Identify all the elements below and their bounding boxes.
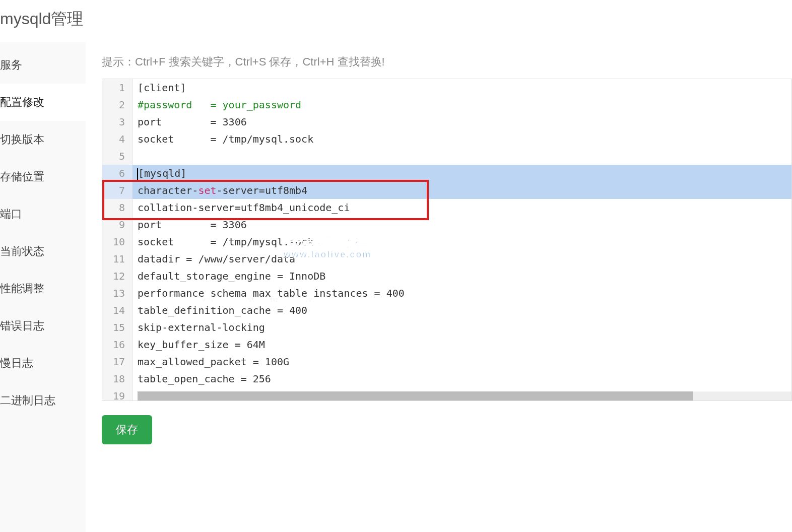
line-number: 4 bbox=[102, 130, 133, 148]
code-line[interactable]: 11datadir = /www/server/data bbox=[102, 250, 791, 268]
line-content[interactable]: performance_schema_max_table_instances =… bbox=[133, 285, 791, 302]
code-line[interactable]: 14table_definition_cache = 400 bbox=[102, 302, 791, 319]
code-line[interactable]: 5 bbox=[102, 148, 791, 165]
code-line[interactable]: 16key_buffer_size = 64M bbox=[102, 336, 791, 353]
sidebar-item-storage[interactable]: 存储位置 bbox=[0, 158, 86, 195]
line-content[interactable]: table_open_cache = 256 bbox=[133, 370, 791, 387]
line-number: 3 bbox=[102, 113, 133, 130]
line-number: 1 bbox=[102, 79, 133, 96]
code-line[interactable]: 9port = 3306 bbox=[102, 216, 791, 233]
sidebar-item-status[interactable]: 当前状态 bbox=[0, 233, 86, 270]
text-cursor bbox=[137, 168, 138, 180]
line-content[interactable]: max_allowed_packet = 100G bbox=[133, 353, 791, 370]
page-title: mysqld管理 bbox=[0, 0, 792, 42]
code-line[interactable]: 15skip-external-locking bbox=[102, 319, 791, 336]
sidebar-item-port[interactable]: 端口 bbox=[0, 195, 86, 233]
code-line[interactable]: 4socket = /tmp/mysql.sock bbox=[102, 130, 791, 148]
line-content[interactable]: [mysqld] bbox=[133, 165, 791, 182]
line-number: 16 bbox=[102, 336, 133, 353]
line-number: 7 bbox=[102, 182, 133, 199]
line-content[interactable] bbox=[133, 148, 791, 165]
line-content[interactable]: key_buffer_size = 64M bbox=[133, 336, 791, 353]
line-content[interactable]: skip-external-locking bbox=[133, 319, 791, 336]
line-content[interactable]: #password = your_password bbox=[133, 96, 791, 113]
line-content[interactable]: datadir = /www/server/data bbox=[133, 250, 791, 268]
line-number: 9 bbox=[102, 216, 133, 233]
sidebar-item-errlog[interactable]: 错误日志 bbox=[0, 307, 86, 345]
scrollbar-thumb[interactable] bbox=[138, 391, 693, 401]
sidebar-item-binlog[interactable]: 二进制日志 bbox=[0, 382, 86, 419]
line-content[interactable]: table_definition_cache = 400 bbox=[133, 302, 791, 319]
code-line[interactable]: 13performance_schema_max_table_instances… bbox=[102, 285, 791, 302]
code-line[interactable]: 12default_storage_engine = InnoDB bbox=[102, 268, 791, 285]
code-line[interactable]: 10socket = /tmp/mysql.sock bbox=[102, 233, 791, 250]
line-number: 14 bbox=[102, 302, 133, 319]
line-content[interactable]: socket = /tmp/mysql.sock bbox=[133, 233, 791, 250]
line-content[interactable]: socket = /tmp/mysql.sock bbox=[133, 130, 791, 148]
line-number: 12 bbox=[102, 268, 133, 285]
code-line[interactable]: 18table_open_cache = 256 bbox=[102, 370, 791, 387]
code-line[interactable]: 17max_allowed_packet = 100G bbox=[102, 353, 791, 370]
sidebar-item-version[interactable]: 切换版本 bbox=[0, 121, 86, 158]
save-button[interactable]: 保存 bbox=[102, 415, 152, 444]
line-content[interactable]: port = 3306 bbox=[133, 113, 791, 130]
sidebar: 服务配置修改切换版本存储位置端口当前状态性能调整错误日志慢日志二进制日志 bbox=[0, 42, 86, 532]
code-line[interactable]: 3port = 3306 bbox=[102, 113, 791, 130]
line-number: 6 bbox=[102, 165, 133, 182]
line-number: 19 bbox=[102, 387, 133, 401]
editor-hint: 提示：Ctrl+F 搜索关键字，Ctrl+S 保存，Ctrl+H 查找替换! bbox=[102, 54, 792, 70]
line-content[interactable]: default_storage_engine = InnoDB bbox=[133, 268, 791, 285]
horizontal-scrollbar[interactable] bbox=[138, 391, 791, 401]
line-number: 18 bbox=[102, 370, 133, 387]
sidebar-item-config[interactable]: 配置修改 bbox=[0, 84, 86, 121]
code-line[interactable]: 1[client] bbox=[102, 79, 791, 96]
code-line[interactable]: 7character-set-server=utf8mb4 bbox=[102, 182, 791, 199]
line-number: 8 bbox=[102, 199, 133, 216]
line-number: 11 bbox=[102, 250, 133, 268]
sidebar-item-slowlog[interactable]: 慢日志 bbox=[0, 345, 86, 382]
line-number: 2 bbox=[102, 96, 133, 113]
code-editor[interactable]: 1[client]2#password = your_password3port… bbox=[102, 79, 792, 401]
line-number: 5 bbox=[102, 148, 133, 165]
line-content[interactable]: [client] bbox=[133, 79, 791, 96]
sidebar-item-service[interactable]: 服务 bbox=[0, 46, 86, 84]
line-number: 13 bbox=[102, 285, 133, 302]
line-number: 10 bbox=[102, 233, 133, 250]
code-line[interactable]: 6[mysqld] bbox=[102, 165, 791, 182]
line-number: 15 bbox=[102, 319, 133, 336]
code-line[interactable]: 8collation-server=utf8mb4_unicode_ci bbox=[102, 199, 791, 216]
line-content[interactable]: collation-server=utf8mb4_unicode_ci bbox=[133, 199, 791, 216]
line-number: 17 bbox=[102, 353, 133, 370]
line-content[interactable]: character-set-server=utf8mb4 bbox=[133, 182, 791, 199]
line-content[interactable]: port = 3306 bbox=[133, 216, 791, 233]
sidebar-item-perf[interactable]: 性能调整 bbox=[0, 270, 86, 307]
code-line[interactable]: 2#password = your_password bbox=[102, 96, 791, 113]
